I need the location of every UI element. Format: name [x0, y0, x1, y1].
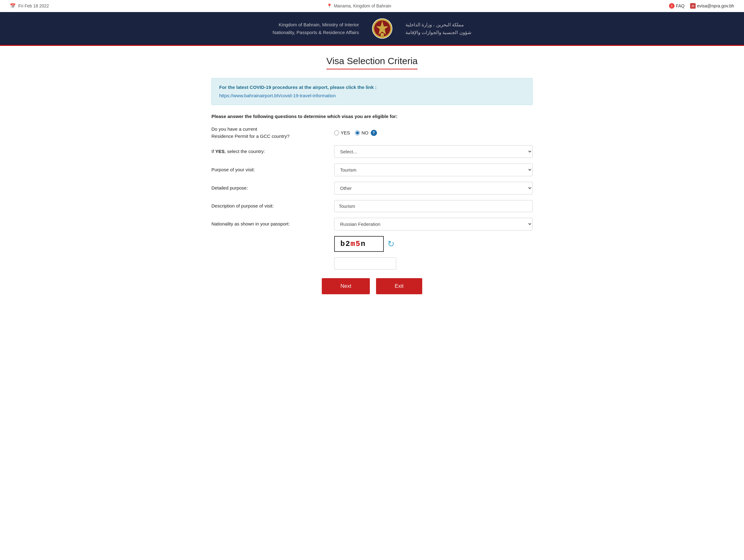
purpose-row: Purpose of your visit: Tourism Business …	[212, 164, 532, 176]
gcc-answer-wrap: YES NO ?	[334, 130, 532, 136]
yes-radio[interactable]	[334, 130, 339, 135]
captcha-b2: b2	[340, 240, 350, 248]
purpose-select[interactable]: Tourism Business Work Study	[334, 164, 532, 176]
email-link[interactable]: ✉ evisa@npra.gov.bh	[690, 3, 734, 9]
calendar-icon: 📅	[10, 3, 16, 9]
detailed-purpose-label: Detailed purpose:	[212, 185, 329, 192]
captcha-row: b2m5n ↺	[334, 236, 532, 252]
page-title: Visa Selection Criteria	[327, 56, 418, 69]
captcha-text: b2m5n	[340, 240, 366, 248]
header-right-line2: شؤون الجنسية والجوازات والإقامة	[406, 29, 472, 37]
covid-link[interactable]: https://www.bahrainairport.bh/covid-19-t…	[219, 93, 336, 98]
captcha-image: b2m5n	[334, 236, 384, 252]
email-text: evisa@npra.gov.bh	[697, 3, 734, 8]
button-row: Next Exit	[212, 278, 532, 294]
purpose-select-wrap[interactable]: Tourism Business Work Study	[334, 164, 532, 176]
covid-title: For the latest COVID-19 procedures at th…	[219, 85, 525, 90]
if-yes-label: If YES, select the country:	[212, 148, 329, 155]
question-intro: Please answer the following questions to…	[212, 114, 532, 119]
header-left-text: Kingdom of Bahrain, Ministry of Interior…	[272, 21, 359, 37]
gcc-question-text: Do you have a currentResidence Permit fo…	[212, 126, 290, 139]
captcha-n: n	[361, 240, 366, 248]
location-text: Manama, Kingdom of Bahrain	[334, 3, 391, 8]
gcc-question-label: Do you have a currentResidence Permit fo…	[212, 126, 329, 140]
purpose-label: Purpose of your visit:	[212, 166, 329, 173]
nationality-select[interactable]: Russian Federation United States United …	[334, 218, 532, 231]
next-button[interactable]: Next	[322, 278, 370, 294]
country-select[interactable]: Select...	[334, 145, 532, 158]
top-bar: 📅 Fri Feb 18 2022 📍 Manama, Kingdom of B…	[0, 0, 744, 12]
coat-of-arms	[371, 18, 393, 39]
location-icon: 📍	[327, 3, 332, 8]
nationality-label: Nationality as shown in your passport:	[212, 221, 329, 228]
faq-label: FAQ	[676, 3, 684, 8]
svg-rect-3	[381, 33, 384, 36]
links-section: i FAQ ✉ evisa@npra.gov.bh	[669, 3, 734, 9]
yes-radio-item[interactable]: YES	[334, 130, 350, 135]
no-radio-item[interactable]: NO ?	[355, 130, 377, 136]
description-row: Description of purpose of visit:	[212, 200, 532, 212]
gcc-question-row: Do you have a currentResidence Permit fo…	[212, 126, 532, 140]
description-input[interactable]	[334, 200, 532, 212]
if-yes-row: If YES, select the country: Select...	[212, 145, 532, 158]
country-select-wrap[interactable]: Select...	[334, 145, 532, 158]
nationality-select-wrap[interactable]: Russian Federation United States United …	[334, 218, 532, 231]
no-radio[interactable]	[355, 130, 360, 135]
yes-label[interactable]: YES	[341, 130, 350, 135]
detailed-purpose-select[interactable]: Other Leisure Sightseeing	[334, 182, 532, 195]
gcc-radio-group: YES NO ?	[334, 130, 532, 136]
info-icon: i	[669, 3, 675, 9]
date-section: 📅 Fri Feb 18 2022	[10, 3, 49, 9]
exit-button[interactable]: Exit	[376, 278, 422, 294]
detailed-purpose-row: Detailed purpose: Other Leisure Sightsee…	[212, 182, 532, 195]
header-left-line2: Nationality, Passports & Residence Affai…	[272, 29, 359, 37]
header-right-text: مملكة البحرين ، وزارة الداخلية شؤون الجن…	[406, 21, 472, 37]
help-icon[interactable]: ?	[371, 130, 377, 136]
no-label[interactable]: NO	[362, 130, 369, 135]
description-input-wrap[interactable]	[334, 200, 532, 212]
page-title-wrap: Visa Selection Criteria	[212, 56, 532, 69]
captcha-input[interactable]	[334, 257, 396, 270]
location-section: 📍 Manama, Kingdom of Bahrain	[327, 3, 391, 8]
faq-link[interactable]: i FAQ	[669, 3, 684, 9]
mail-icon: ✉	[690, 3, 696, 9]
captcha-input-row	[334, 257, 532, 270]
header-right-line1: مملكة البحرين ، وزارة الداخلية	[406, 21, 472, 29]
main-content: Visa Selection Criteria For the latest C…	[201, 46, 543, 309]
if-yes-text: If YES, select the country:	[212, 149, 265, 154]
captcha-m5: m5	[350, 240, 361, 248]
nationality-row: Nationality as shown in your passport: R…	[212, 218, 532, 231]
captcha-refresh-icon[interactable]: ↺	[387, 239, 395, 249]
detailed-purpose-select-wrap[interactable]: Other Leisure Sightseeing	[334, 182, 532, 195]
covid-notice: For the latest COVID-19 procedures at th…	[212, 78, 532, 105]
header-left-line1: Kingdom of Bahrain, Ministry of Interior	[272, 21, 359, 29]
date-text: Fri Feb 18 2022	[18, 3, 49, 8]
description-label: Description of purpose of visit:	[212, 203, 329, 210]
header-banner: Kingdom of Bahrain, Ministry of Interior…	[0, 12, 744, 45]
